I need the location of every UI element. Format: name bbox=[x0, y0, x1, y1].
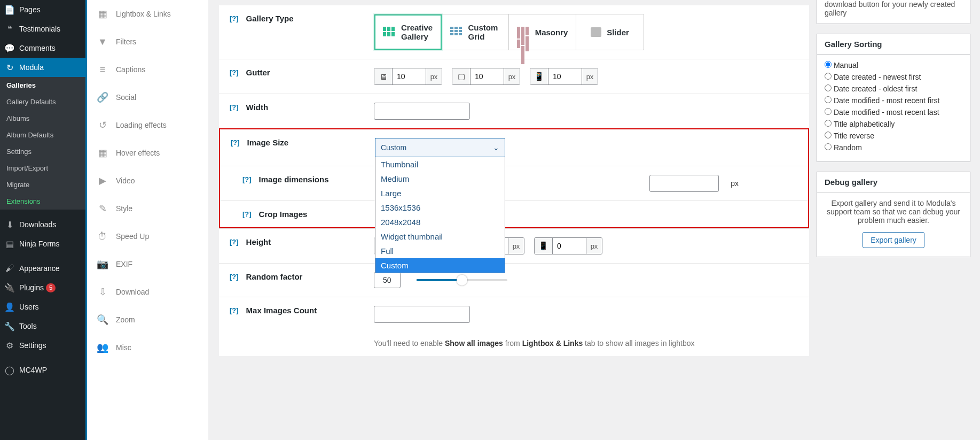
help-icon[interactable]: [?] bbox=[242, 175, 252, 183]
sidebar-sub-import-export[interactable]: Import/Export bbox=[0, 160, 85, 176]
height-mobile-input[interactable] bbox=[553, 238, 586, 254]
quote-icon: ❝ bbox=[4, 24, 15, 34]
sort-random[interactable]: Random bbox=[825, 143, 962, 152]
tab-hover-effects[interactable]: ▦Hover effects bbox=[87, 139, 208, 167]
opt-1536[interactable]: 1536x1536 bbox=[375, 200, 505, 215]
help-icon[interactable]: [?] bbox=[230, 14, 239, 22]
row-image-dimensions: [?]Image dimensions px bbox=[220, 166, 808, 200]
sidebar-item-pages[interactable]: 📄Pages bbox=[0, 0, 85, 19]
main-content: [?]Gallery Type Creative Gallery Custom … bbox=[208, 0, 809, 356]
tab-label: Hover effects bbox=[116, 149, 160, 157]
sort-date-old[interactable]: Date created - oldest first bbox=[825, 84, 962, 93]
sort-date-new[interactable]: Date created - newest first bbox=[825, 73, 962, 81]
tab-social[interactable]: 🔗Social bbox=[87, 83, 208, 111]
gutter-mobile-input[interactable] bbox=[548, 68, 582, 84]
sidebar-item-comments[interactable]: 💬Comments bbox=[0, 38, 85, 58]
sort-mod-recent-first[interactable]: Date modified - most recent first bbox=[825, 96, 962, 105]
type-custom-grid[interactable]: Custom Grid bbox=[442, 14, 509, 50]
max-images-input[interactable] bbox=[374, 306, 470, 323]
admin-sidebar: 📄Pages ❝Testimonials 💬Comments ↻Modula G… bbox=[0, 0, 85, 440]
funnel-icon: ▼ bbox=[97, 36, 108, 47]
opt-thumbnail[interactable]: Thumbnail bbox=[375, 157, 505, 172]
sidebar-item-users[interactable]: 👤Users bbox=[0, 297, 85, 317]
opt-widget-thumbnail[interactable]: Widget thumbnail bbox=[375, 229, 505, 244]
tab-download[interactable]: ⇩Download bbox=[87, 278, 208, 306]
shortcode-box: download button for your newly created g… bbox=[817, 0, 970, 24]
tab-exif[interactable]: 📷EXIF bbox=[87, 250, 208, 278]
slider-thumb[interactable] bbox=[457, 275, 467, 285]
tab-label: Download bbox=[116, 288, 149, 296]
label-text: Width bbox=[246, 103, 269, 112]
type-masonry[interactable]: Masonry bbox=[509, 14, 576, 50]
tab-label: Speed Up bbox=[116, 232, 149, 241]
grid-icon: ▦ bbox=[97, 9, 108, 19]
tab-loading-effects[interactable]: ↺Loading effects bbox=[87, 111, 208, 139]
opt-full[interactable]: Full bbox=[375, 244, 505, 258]
sidebar-item-testimonials[interactable]: ❝Testimonials bbox=[0, 19, 85, 38]
sidebar-item-appearance[interactable]: 🖌Appearance bbox=[0, 259, 85, 278]
opt-large[interactable]: Large bbox=[375, 186, 505, 200]
tab-captions[interactable]: ≡Captions bbox=[87, 56, 208, 83]
plugin-icon: 🔌 bbox=[4, 282, 15, 293]
sidebar-item-downloads[interactable]: ⬇Downloads bbox=[0, 215, 85, 234]
opt-medium[interactable]: Medium bbox=[375, 172, 505, 186]
tab-lightbox-links[interactable]: ▦Lightbox & Links bbox=[87, 0, 208, 28]
image-size-dropdown: Thumbnail Medium Large 1536x1536 2048x20… bbox=[375, 157, 505, 273]
help-icon[interactable]: [?] bbox=[230, 238, 239, 246]
image-dimensions-input[interactable] bbox=[649, 175, 719, 192]
mc4wp-icon: ◯ bbox=[4, 365, 15, 375]
max-images-hint: You'll need to enable Show all images fr… bbox=[374, 339, 695, 348]
sidebar-sub-migrate[interactable]: Migrate bbox=[0, 176, 85, 193]
sidebar-sub-galleries[interactable]: Galleries bbox=[0, 77, 85, 94]
sidebar-item-tools[interactable]: 🔧Tools bbox=[0, 317, 85, 336]
sidebar-item-modula[interactable]: ↻Modula bbox=[0, 58, 85, 77]
help-icon[interactable]: [?] bbox=[231, 138, 240, 146]
tab-filters[interactable]: ▼Filters bbox=[87, 28, 208, 56]
wrench-icon: 🔧 bbox=[4, 321, 15, 331]
sidebar-sub-albums[interactable]: Albums bbox=[0, 110, 85, 127]
sort-manual[interactable]: Manual bbox=[825, 61, 962, 70]
type-slider[interactable]: Slider bbox=[576, 14, 644, 50]
export-gallery-button[interactable]: Export gallery bbox=[863, 232, 924, 248]
sidebar-item-settings[interactable]: ⚙Settings bbox=[0, 336, 85, 355]
type-creative-gallery[interactable]: Creative Gallery bbox=[374, 14, 442, 50]
gutter-mobile: 📱px bbox=[530, 68, 598, 85]
help-icon[interactable]: [?] bbox=[230, 273, 239, 281]
help-icon[interactable]: [?] bbox=[242, 210, 252, 218]
help-icon[interactable]: [?] bbox=[230, 306, 239, 314]
sort-title-alpha[interactable]: Title alphabetically bbox=[825, 120, 962, 128]
sidebar-sub-album-defaults[interactable]: Album Defaults bbox=[0, 127, 85, 143]
sidebar-item-plugins[interactable]: 🔌Plugins5 bbox=[0, 278, 85, 297]
help-icon[interactable]: [?] bbox=[230, 68, 239, 76]
tab-zoom[interactable]: 🔍Zoom bbox=[87, 306, 208, 334]
sidebar-sub-extensions[interactable]: Extensions bbox=[0, 193, 85, 210]
tab-speed-up[interactable]: ⏱Speed Up bbox=[87, 222, 208, 250]
unit: px bbox=[731, 179, 739, 188]
mobile-icon: 📱 bbox=[535, 238, 553, 254]
sidebar-item-ninja-forms[interactable]: ▤Ninja Forms bbox=[0, 234, 85, 253]
customgrid-icon bbox=[450, 27, 463, 37]
sort-title-reverse[interactable]: Title reverse bbox=[825, 132, 962, 140]
label-text: Crop Images bbox=[259, 210, 308, 219]
sub-label: Import/Export bbox=[6, 164, 48, 172]
tab-label: Style bbox=[116, 204, 132, 213]
gutter-tablet-input[interactable] bbox=[471, 68, 504, 84]
tab-misc[interactable]: 👥Misc bbox=[87, 334, 208, 361]
width-input[interactable] bbox=[374, 103, 470, 120]
sidebar-item-mc4wp[interactable]: ◯MC4WP bbox=[0, 360, 85, 380]
image-size-select[interactable]: Custom⌄ Thumbnail Medium Large 1536x1536… bbox=[375, 138, 505, 157]
sidebar-sub-gallery-defaults[interactable]: Gallery Defaults bbox=[0, 94, 85, 110]
tab-label: Captions bbox=[116, 65, 145, 74]
random-factor-slider[interactable] bbox=[417, 279, 507, 281]
sidebar-sub-settings[interactable]: Settings bbox=[0, 143, 85, 160]
tab-style[interactable]: ✎Style bbox=[87, 195, 208, 222]
sorting-title: Gallery Sorting bbox=[817, 34, 970, 55]
settings-tabs: ▦Lightbox & Links ▼Filters ≡Captions 🔗So… bbox=[85, 0, 208, 440]
opt-custom[interactable]: Custom bbox=[375, 258, 505, 273]
opt-2048[interactable]: 2048x2048 bbox=[375, 215, 505, 229]
sort-mod-recent-last[interactable]: Date modified - most recent last bbox=[825, 108, 962, 117]
speed-icon: ⏱ bbox=[97, 231, 108, 242]
help-icon[interactable]: [?] bbox=[230, 103, 239, 111]
gutter-desktop-input[interactable] bbox=[393, 68, 426, 84]
tab-video[interactable]: ▶Video bbox=[87, 167, 208, 195]
